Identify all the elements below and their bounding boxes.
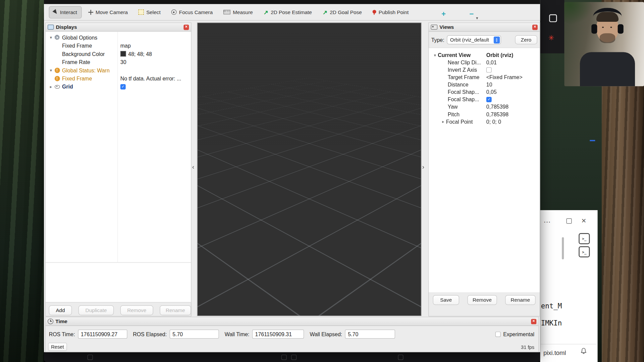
row-label: Global Status: Warn xyxy=(62,67,110,73)
views-panel-header[interactable]: Views ✕ xyxy=(429,23,540,32)
tool-publish-point[interactable]: Publish Point xyxy=(368,6,413,18)
tree-row-fixed-frame[interactable]: Fixed Frame map xyxy=(46,42,191,50)
tree-row-background-color[interactable]: Background Color 48; 48; 48 xyxy=(46,50,191,58)
row-value[interactable]: 0; 0; 0 xyxy=(486,118,501,124)
toolbar-overflow-chevron-icon[interactable]: ▾ xyxy=(476,16,478,20)
view-row-near-clip[interactable]: Near Clip Di... 0,01 xyxy=(429,59,540,66)
row-value[interactable]: 30 xyxy=(120,59,126,65)
row-value[interactable]: 10 xyxy=(486,81,492,87)
row-value[interactable]: 0,785398 xyxy=(486,111,508,117)
view-row-distance[interactable]: Distance 10 xyxy=(429,81,540,88)
view-row-pitch[interactable]: Pitch 0,785398 xyxy=(429,110,540,118)
row-value[interactable]: 0,785398 xyxy=(486,104,508,110)
close-panel-button[interactable]: ✕ xyxy=(531,319,536,324)
row-value[interactable]: 48; 48; 48 xyxy=(128,51,152,57)
tool-measure[interactable]: Measure xyxy=(219,6,257,18)
more-options-icon[interactable]: … xyxy=(543,216,551,225)
invert-z-checkbox[interactable] xyxy=(486,67,492,72)
view-row-invert-z[interactable]: Invert Z Axis xyxy=(429,66,540,73)
tool-2d-pose-estimate[interactable]: ↗ 2D Pose Estimate xyxy=(259,6,316,18)
view-row-current-view[interactable]: ▾ Current View Orbit (rviz) xyxy=(429,51,540,59)
tool-label: Focus Camera xyxy=(179,9,213,15)
dim-icon xyxy=(291,355,297,360)
row-value[interactable]: 0,01 xyxy=(486,59,497,65)
tree-row-grid[interactable]: ▸ Grid ✓ xyxy=(46,82,191,90)
wall-time-field[interactable]: 1761150909.31 xyxy=(252,329,304,339)
warning-icon: ! xyxy=(54,67,60,73)
tree-row-global-options[interactable]: ▾ Global Options xyxy=(46,33,191,41)
rename-button[interactable]: Rename xyxy=(160,305,191,315)
displays-panel-header[interactable]: Displays ✕ xyxy=(46,23,191,32)
time-panel-header[interactable]: Time ✕ xyxy=(46,317,538,326)
expand-icon[interactable] xyxy=(567,218,572,224)
ros-elapsed-field[interactable]: 5.70 xyxy=(170,329,219,339)
stage: ✳ … ✕ >_ >_ ent_M IMKIn xyxy=(0,0,644,362)
chevron-right-icon[interactable]: ▸ xyxy=(440,119,446,124)
grid-enabled-checkbox[interactable]: ✓ xyxy=(120,84,126,89)
reset-button[interactable]: Reset xyxy=(48,343,67,351)
color-swatch[interactable] xyxy=(120,51,126,57)
terminal-button[interactable]: >_ xyxy=(579,233,590,244)
select-stepper-icon: ▲▼ xyxy=(494,36,500,43)
ros-time-field[interactable]: 1761150909.27 xyxy=(78,329,127,339)
chevron-right-icon[interactable]: ▸ xyxy=(48,84,54,89)
view-row-target-frame[interactable]: Target Frame <Fixed Frame> xyxy=(429,73,540,81)
experimental-checkbox[interactable] xyxy=(495,331,501,337)
red-asterisk-icon[interactable]: ✳ xyxy=(548,35,554,42)
add-button[interactable]: Add xyxy=(49,305,72,315)
close-panel-button[interactable]: ✕ xyxy=(532,24,538,30)
close-panel-button[interactable]: ✕ xyxy=(183,24,189,30)
chevron-down-icon[interactable]: ▾ xyxy=(432,53,438,57)
collapse-left-panel-arrow[interactable]: ‹ xyxy=(192,163,194,170)
displays-tree: ▾ Global Options Fixed Frame map xyxy=(46,32,191,262)
view-row-focal-shape-fixed[interactable]: Focal Shap... ✓ xyxy=(429,96,540,103)
terminal-text-line: ent_M xyxy=(541,302,562,310)
tree-row-global-status[interactable]: ▾ ! Global Status: Warn xyxy=(46,66,191,74)
tool-interact[interactable]: Interact xyxy=(49,6,82,18)
wall-elapsed-field[interactable]: 5.70 xyxy=(345,329,395,339)
tool-select[interactable]: Select xyxy=(135,6,165,18)
dim-icon xyxy=(88,355,93,360)
save-button[interactable]: Save xyxy=(433,295,459,305)
render-viewport-3d[interactable] xyxy=(197,22,422,316)
remove-tool-button[interactable]: − xyxy=(470,10,474,18)
collapse-right-panel-arrow[interactable]: › xyxy=(422,163,424,170)
tool-focus-camera[interactable]: Focus Camera xyxy=(167,6,217,18)
row-value[interactable]: 0,05 xyxy=(486,89,497,95)
person-beard xyxy=(600,33,615,43)
close-icon[interactable]: ✕ xyxy=(581,217,586,225)
view-row-focal-shape-size[interactable]: Focal Shap... 0,05 xyxy=(429,88,540,96)
tool-label: 2D Pose Estimate xyxy=(271,9,312,15)
focal-shape-checkbox[interactable]: ✓ xyxy=(486,97,492,102)
file-tab-row[interactable]: pixi.toml xyxy=(540,344,597,362)
views-buttons: Save Remove Rename xyxy=(429,292,540,305)
tool-2d-goal-pose[interactable]: ↗ 2D Goal Pose xyxy=(318,6,366,18)
view-row-yaw[interactable]: Yaw 0,785398 xyxy=(429,103,540,110)
scrollbar-thumb[interactable] xyxy=(562,237,564,259)
remove-button[interactable]: Remove xyxy=(120,305,153,315)
bell-icon[interactable] xyxy=(580,348,587,356)
row-value[interactable]: map xyxy=(120,43,131,49)
view-type-select[interactable]: Orbit (rviz_default ▲▼ xyxy=(447,35,501,44)
chevron-down-icon[interactable]: ▾ xyxy=(48,35,54,40)
rename-button[interactable]: Rename xyxy=(505,295,536,305)
terminal-button[interactable]: >_ xyxy=(579,246,590,257)
duplicate-button[interactable]: Duplicate xyxy=(78,305,114,315)
zero-button[interactable]: Zero xyxy=(515,35,537,44)
background-editor-window: … ✕ >_ >_ ent_M IMKIn pixi.toml xyxy=(540,210,597,362)
row-label: Focal Point xyxy=(446,118,473,124)
chevron-down-icon[interactable]: ▾ xyxy=(48,68,54,72)
row-value[interactable]: <Fixed Frame> xyxy=(486,74,523,80)
window-titlebar[interactable] xyxy=(44,0,540,4)
tool-move-camera[interactable]: Move Camera xyxy=(84,6,132,18)
view-row-focal-point[interactable]: ▸ Focal Point 0; 0; 0 xyxy=(429,118,540,125)
field-label: ROS Time: xyxy=(49,331,75,337)
add-tool-button[interactable]: + xyxy=(441,10,446,18)
window-app-icon[interactable] xyxy=(549,14,557,22)
person-eye xyxy=(602,27,604,28)
row-label: Frame Rate xyxy=(62,59,90,65)
remove-button[interactable]: Remove xyxy=(467,295,497,305)
tree-row-fixed-frame-warning[interactable]: ! Fixed Frame No tf data. Actual error: … xyxy=(46,74,191,82)
webcam-overlay[interactable] xyxy=(564,2,644,86)
tree-row-frame-rate[interactable]: Frame Rate 30 xyxy=(46,58,191,66)
